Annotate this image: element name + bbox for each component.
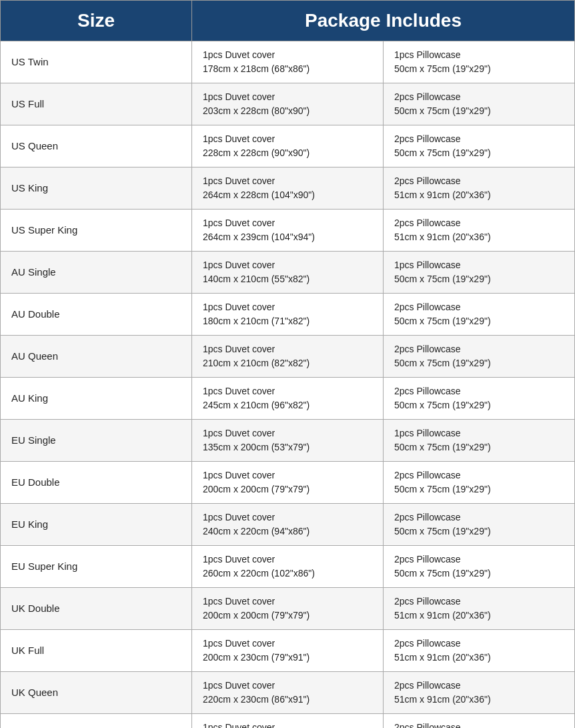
table-row: EU King1pcs Duvet cover240cm x 220cm (94… bbox=[1, 504, 575, 546]
table-row: UK Queen1pcs Duvet cover220cm x 230cm (8… bbox=[1, 672, 575, 714]
table-row: EU Single1pcs Duvet cover135cm x 200cm (… bbox=[1, 420, 575, 462]
pillowcase-cell: 2pcs Pillowcase50cm x 75cm (19"x29") bbox=[384, 504, 575, 546]
size-chart-table: Size Package Includes US Twin1pcs Duvet … bbox=[0, 0, 575, 728]
size-cell: US Super King bbox=[1, 210, 192, 252]
size-cell: EU Single bbox=[1, 420, 192, 462]
size-chart-container: Size Package Includes US Twin1pcs Duvet … bbox=[0, 0, 575, 728]
pillowcase-cell: 2pcs Pillowcase51cm x 91cm (20"x36") bbox=[384, 672, 575, 714]
pillowcase-cell: 2pcs Pillowcase50cm x 75cm (19"x29") bbox=[384, 336, 575, 378]
table-row: EU Double1pcs Duvet cover200cm x 200cm (… bbox=[1, 462, 575, 504]
size-cell: UK Full bbox=[1, 630, 192, 672]
cover-cell: 1pcs Duvet cover245cm x 210cm (96"x82") bbox=[192, 378, 384, 420]
cover-cell: 1pcs Duvet cover135cm x 200cm (53"x79") bbox=[192, 420, 384, 462]
pillowcase-cell: 2pcs Pillowcase50cm x 75cm (19"x29") bbox=[384, 125, 575, 167]
cover-cell: 1pcs Duvet cover203cm x 228cm (80"x90") bbox=[192, 83, 384, 125]
header-package-includes: Package Includes bbox=[192, 1, 575, 41]
cover-cell: 1pcs Duvet cover264cm x 228cm (104"x90") bbox=[192, 167, 384, 210]
table-row: AU Queen1pcs Duvet cover210cm x 210cm (8… bbox=[1, 336, 575, 378]
table-row: AU King1pcs Duvet cover245cm x 210cm (96… bbox=[1, 378, 575, 420]
pillowcase-cell: 2pcs Pillowcase50cm x 75cm (19"x29") bbox=[384, 294, 575, 336]
size-cell: AU Queen bbox=[1, 336, 192, 378]
cover-cell: 1pcs Duvet cover200cm x 230cm (79"x91") bbox=[192, 630, 384, 672]
size-cell: UK Queen bbox=[1, 672, 192, 714]
table-row: US Full1pcs Duvet cover203cm x 228cm (80… bbox=[1, 83, 575, 125]
size-cell: EU Super King bbox=[1, 546, 192, 588]
table-row: UK King1pcs Duvet cover220cm x 240cm (86… bbox=[1, 714, 575, 729]
pillowcase-cell: 2pcs Pillowcase50cm x 75cm (19"x29") bbox=[384, 546, 575, 588]
cover-cell: 1pcs Duvet cover210cm x 210cm (82"x82") bbox=[192, 336, 384, 378]
pillowcase-cell: 2pcs Pillowcase51cm x 91cm (20"x36") bbox=[384, 167, 575, 210]
pillowcase-cell: 2pcs Pillowcase51cm x 91cm (20"x36") bbox=[384, 714, 575, 729]
size-cell: AU Double bbox=[1, 294, 192, 336]
cover-cell: 1pcs Duvet cover180cm x 210cm (71"x82") bbox=[192, 294, 384, 336]
cover-cell: 1pcs Duvet cover140cm x 210cm (55"x82") bbox=[192, 252, 384, 294]
cover-cell: 1pcs Duvet cover178cm x 218cm (68"x86") bbox=[192, 41, 384, 83]
pillowcase-cell: 1pcs Pillowcase50cm x 75cm (19"x29") bbox=[384, 41, 575, 83]
pillowcase-cell: 2pcs Pillowcase50cm x 75cm (19"x29") bbox=[384, 83, 575, 125]
pillowcase-cell: 2pcs Pillowcase51cm x 91cm (20"x36") bbox=[384, 210, 575, 252]
table-row: EU Super King1pcs Duvet cover260cm x 220… bbox=[1, 546, 575, 588]
pillowcase-cell: 2pcs Pillowcase50cm x 75cm (19"x29") bbox=[384, 378, 575, 420]
table-row: UK Full1pcs Duvet cover200cm x 230cm (79… bbox=[1, 630, 575, 672]
pillowcase-cell: 2pcs Pillowcase50cm x 75cm (19"x29") bbox=[384, 462, 575, 504]
pillowcase-cell: 1pcs Pillowcase50cm x 75cm (19"x29") bbox=[384, 252, 575, 294]
size-cell: AU King bbox=[1, 378, 192, 420]
size-cell: US Twin bbox=[1, 41, 192, 83]
size-cell: UK Double bbox=[1, 588, 192, 630]
cover-cell: 1pcs Duvet cover200cm x 200cm (79"x79") bbox=[192, 462, 384, 504]
size-cell: EU King bbox=[1, 504, 192, 546]
table-row: US King1pcs Duvet cover264cm x 228cm (10… bbox=[1, 167, 575, 210]
table-row: AU Single1pcs Duvet cover140cm x 210cm (… bbox=[1, 252, 575, 294]
table-row: US Twin1pcs Duvet cover178cm x 218cm (68… bbox=[1, 41, 575, 83]
pillowcase-cell: 2pcs Pillowcase51cm x 91cm (20"x36") bbox=[384, 588, 575, 630]
pillowcase-cell: 2pcs Pillowcase51cm x 91cm (20"x36") bbox=[384, 630, 575, 672]
size-cell: US Full bbox=[1, 83, 192, 125]
size-cell: US Queen bbox=[1, 125, 192, 167]
cover-cell: 1pcs Duvet cover220cm x 240cm (86"x95") bbox=[192, 714, 384, 729]
size-cell: UK King bbox=[1, 714, 192, 729]
size-cell: AU Single bbox=[1, 252, 192, 294]
size-cell: US King bbox=[1, 167, 192, 210]
cover-cell: 1pcs Duvet cover240cm x 220cm (94"x86") bbox=[192, 504, 384, 546]
size-cell: EU Double bbox=[1, 462, 192, 504]
cover-cell: 1pcs Duvet cover264cm x 239cm (104"x94") bbox=[192, 210, 384, 252]
cover-cell: 1pcs Duvet cover228cm x 228cm (90"x90") bbox=[192, 125, 384, 167]
header-size: Size bbox=[1, 1, 192, 41]
table-row: US Queen1pcs Duvet cover228cm x 228cm (9… bbox=[1, 125, 575, 167]
table-row: UK Double1pcs Duvet cover200cm x 200cm (… bbox=[1, 588, 575, 630]
cover-cell: 1pcs Duvet cover200cm x 200cm (79"x79") bbox=[192, 588, 384, 630]
cover-cell: 1pcs Duvet cover220cm x 230cm (86"x91") bbox=[192, 672, 384, 714]
cover-cell: 1pcs Duvet cover260cm x 220cm (102"x86") bbox=[192, 546, 384, 588]
table-row: AU Double1pcs Duvet cover180cm x 210cm (… bbox=[1, 294, 575, 336]
pillowcase-cell: 1pcs Pillowcase50cm x 75cm (19"x29") bbox=[384, 420, 575, 462]
table-row: US Super King1pcs Duvet cover264cm x 239… bbox=[1, 210, 575, 252]
